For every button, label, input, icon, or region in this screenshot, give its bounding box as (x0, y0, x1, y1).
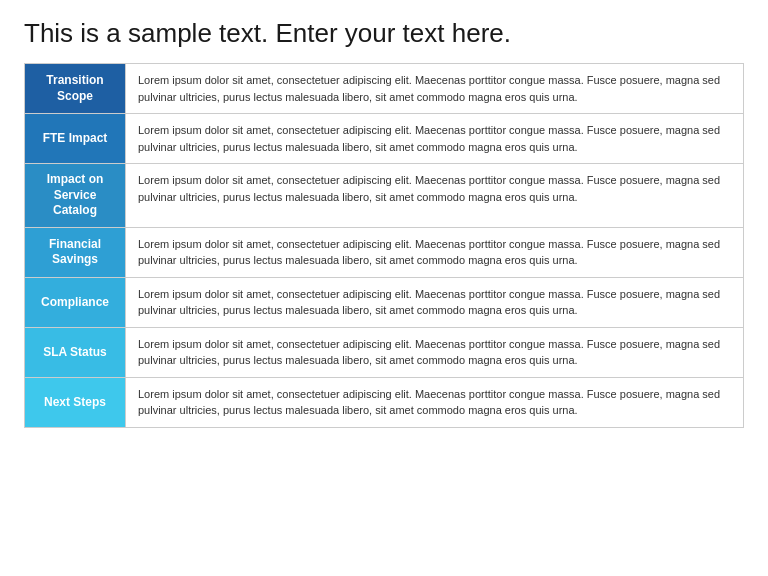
table-row: SLA StatusLorem ipsum dolor sit amet, co… (25, 328, 743, 378)
main-table: Transition ScopeLorem ipsum dolor sit am… (24, 63, 744, 428)
table-row: Financial SavingsLorem ipsum dolor sit a… (25, 228, 743, 278)
row-content: Lorem ipsum dolor sit amet, consectetuer… (125, 378, 743, 427)
row-label: FTE Impact (25, 114, 125, 163)
row-label: SLA Status (25, 328, 125, 377)
table-row: Impact on Service CatalogLorem ipsum dol… (25, 164, 743, 228)
row-label: Compliance (25, 278, 125, 327)
row-label: Transition Scope (25, 64, 125, 113)
table-row: Next StepsLorem ipsum dolor sit amet, co… (25, 378, 743, 427)
row-content: Lorem ipsum dolor sit amet, consectetuer… (125, 228, 743, 277)
page-container: This is a sample text. Enter your text h… (0, 0, 768, 576)
page-title: This is a sample text. Enter your text h… (24, 18, 744, 49)
row-content: Lorem ipsum dolor sit amet, consectetuer… (125, 328, 743, 377)
table-row: FTE ImpactLorem ipsum dolor sit amet, co… (25, 114, 743, 164)
row-label: Impact on Service Catalog (25, 164, 125, 227)
row-content: Lorem ipsum dolor sit amet, consectetuer… (125, 64, 743, 113)
row-label: Next Steps (25, 378, 125, 427)
row-content: Lorem ipsum dolor sit amet, consectetuer… (125, 278, 743, 327)
row-content: Lorem ipsum dolor sit amet, consectetuer… (125, 164, 743, 227)
row-content: Lorem ipsum dolor sit amet, consectetuer… (125, 114, 743, 163)
table-row: ComplianceLorem ipsum dolor sit amet, co… (25, 278, 743, 328)
row-label: Financial Savings (25, 228, 125, 277)
table-row: Transition ScopeLorem ipsum dolor sit am… (25, 64, 743, 114)
